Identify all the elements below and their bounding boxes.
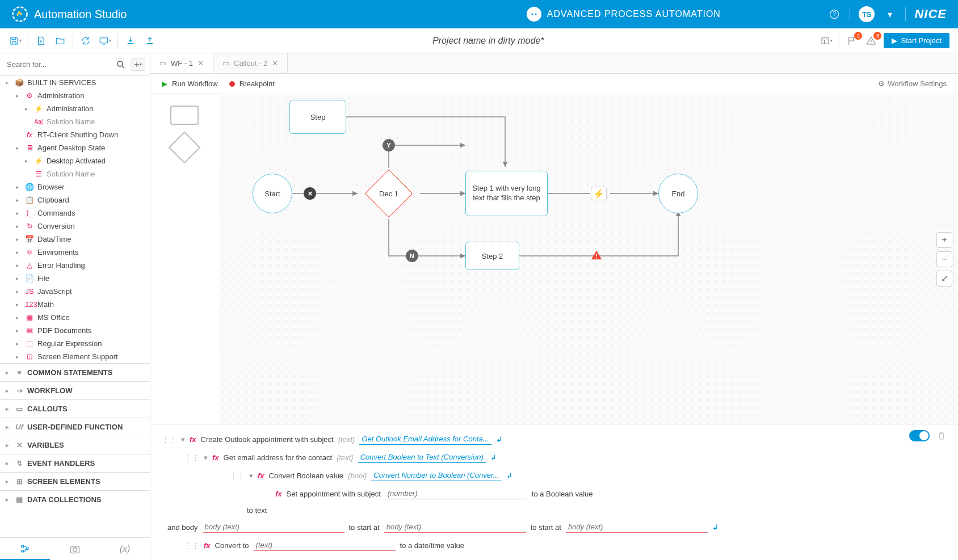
run-workflow-button[interactable]: ▶Run Workflow (162, 79, 218, 88)
tree-screen-elements[interactable]: ▸⊞SCREEN ELEMENTS (0, 472, 150, 490)
node-step-1[interactable]: Step 1 with very long text that fills th… (465, 171, 548, 216)
help-icon[interactable]: ? (827, 7, 841, 21)
window-icon: ▭ (222, 59, 229, 68)
node-dec-1[interactable]: Dec 1 (363, 168, 414, 219)
tree-file[interactable]: ▸📄File (0, 272, 150, 285)
tab-wf-1[interactable]: ▭ WF - 1 ✕ (150, 53, 213, 73)
return-icon[interactable]: ↲ (712, 523, 718, 532)
tree-regex[interactable]: ▸⬚Regular Expression (0, 337, 150, 350)
node-step-2[interactable]: Step 2 (465, 242, 519, 270)
node-step[interactable]: Step (289, 100, 346, 134)
expand-icon[interactable]: ▾ (249, 471, 253, 480)
tree-datetime[interactable]: ▸📅Data/Time (0, 233, 150, 246)
expr-input-start1[interactable] (384, 521, 526, 533)
add-button[interactable]: +▾ (131, 58, 145, 71)
tree-math[interactable]: ▸123Math (0, 298, 150, 311)
return-icon[interactable]: ↲ (490, 453, 497, 462)
sidebar-tab-variable-icon[interactable]: (x) (100, 538, 150, 560)
tree-solution-name[interactable]: Aa|Solution Name (0, 115, 150, 128)
tree-conversion[interactable]: ▸↻Conversion (0, 220, 150, 233)
palette-diamond-shape[interactable] (169, 132, 201, 164)
sidebar-tab-tree-icon[interactable] (0, 538, 50, 560)
tree-agent-desktop[interactable]: ▸🖥Agent Desktop State (0, 141, 150, 154)
expr-link[interactable]: Get Outlook Email Address for Conta... (359, 433, 491, 445)
tree-solution-name-2[interactable]: ☰Solution Name (0, 167, 150, 180)
layout-icon[interactable]: ▾ (820, 34, 833, 48)
sidebar-tab-camera-icon[interactable] (50, 538, 100, 560)
tree-common-statements[interactable]: ▸≡COMMON STATEMENTS (0, 363, 150, 381)
connector-yes-label: Y (383, 139, 395, 151)
fx-icon: fx (212, 453, 219, 462)
expr-link[interactable]: Convert Number to Boolean (Conver... (371, 470, 501, 481)
node-bolt-icon[interactable]: ⚡ (591, 187, 607, 200)
user-avatar[interactable]: TS (859, 6, 875, 22)
expand-icon[interactable]: ▾ (181, 435, 185, 444)
tree-data-collections[interactable]: ▸▦DATA COLLECTIONS (0, 490, 150, 508)
close-icon[interactable]: ✕ (198, 59, 204, 68)
return-icon[interactable]: ↲ (496, 435, 502, 444)
refresh-icon[interactable] (79, 34, 93, 48)
folder-icon[interactable] (53, 34, 67, 48)
expr-row: and body to start at to start at ↲ (150, 518, 958, 536)
search-input[interactable] (5, 58, 111, 71)
tree-pdf[interactable]: ▸▤PDF Documents (0, 324, 150, 337)
tree-clipboard[interactable]: ▸📋Clipboard (0, 193, 150, 207)
tree-error-handling[interactable]: ▸△Error Handling (0, 259, 150, 272)
close-icon[interactable]: ✕ (272, 59, 278, 68)
workflow-canvas[interactable]: Start ✕ Step Dec 1 Y N Step 1 with very … (219, 94, 958, 424)
start-project-button[interactable]: ▶Start Project (884, 33, 949, 48)
tree-built-in-services[interactable]: ▸📦BUILT IN SERVICES (0, 76, 150, 89)
return-icon[interactable]: ↲ (506, 471, 512, 480)
drag-handle-icon[interactable]: ⋮⋮ (230, 471, 245, 480)
alert-icon[interactable] (864, 34, 878, 48)
expr-input-convert[interactable] (254, 540, 396, 551)
upload-icon[interactable] (143, 34, 157, 48)
drag-handle-icon[interactable]: ⋮⋮ (162, 435, 177, 444)
tree-event-handlers[interactable]: ▸↯EVENT HANDLERS (0, 454, 150, 472)
zoom-out-button[interactable]: − (936, 251, 952, 267)
tree-administration-child[interactable]: ▸⚡Administration (0, 102, 150, 115)
node-end[interactable]: End (658, 174, 698, 213)
tree-javascript[interactable]: ▸JSJavaScript (0, 285, 150, 298)
tree-browser[interactable]: ▸🌐Browser (0, 180, 150, 193)
sidebar: +▾ ▸📦BUILT IN SERVICES ▸⚙Administration … (0, 53, 150, 560)
user-menu-chevron-icon[interactable]: ▾ (883, 7, 897, 21)
expr-input[interactable] (385, 488, 527, 499)
tree-commands[interactable]: ▸⟩_Commands (0, 207, 150, 220)
breakpoint-button[interactable]: Breakpoint (229, 79, 275, 88)
palette-rect-shape[interactable] (170, 106, 199, 125)
tree-environments[interactable]: ▸⚛Enviroments (0, 246, 150, 259)
display-icon[interactable]: ▾ (98, 34, 112, 48)
tree-udf[interactable]: ▸UfUSER-DEFINED FUNCTION (0, 418, 150, 436)
search-icon[interactable] (116, 60, 126, 70)
new-file-icon[interactable] (34, 34, 48, 48)
tree-desktop-activated[interactable]: ▸⚡Desktop Activated (0, 154, 150, 167)
fx-icon: fx (190, 435, 196, 444)
delete-icon[interactable] (936, 431, 947, 441)
expr-input-body[interactable] (203, 521, 344, 533)
tree-workflow[interactable]: ▸⇢WORKFLOW (0, 381, 150, 399)
expression-toggle[interactable] (909, 430, 930, 441)
zoom-in-button[interactable]: + (936, 232, 952, 248)
save-icon[interactable]: ▾ (9, 34, 22, 48)
expand-icon[interactable]: ▾ (204, 453, 208, 462)
tab-callout-2[interactable]: ▭ Callout - 2 ✕ (213, 53, 288, 73)
fullscreen-button[interactable]: ⤢ (936, 271, 952, 287)
drag-handle-icon[interactable]: ⋮⋮ (184, 453, 199, 462)
drag-handle-icon[interactable]: ⋮⋮ (184, 541, 199, 550)
tree-ms-office[interactable]: ▸▦MS Office (0, 311, 150, 324)
fx-icon: fx (204, 541, 211, 550)
tree-administration[interactable]: ▸⚙Administration (0, 89, 150, 102)
tree-callouts[interactable]: ▸▭CALLOUTS (0, 399, 150, 418)
tree-screen-element-support[interactable]: ▸⊡Screen Element Support (0, 350, 150, 363)
workflow-settings-button[interactable]: ⚙Workflow Settings (878, 79, 947, 88)
expr-input-start2[interactable] (566, 521, 708, 533)
tree-rt-client[interactable]: fxRT-Client Shutting Down (0, 128, 150, 141)
node-start[interactable]: Start (253, 174, 292, 213)
expr-link[interactable]: Convert Boolean to Text (Conversion) (358, 452, 486, 463)
app-logo-icon (11, 6, 28, 23)
flag-icon[interactable] (845, 34, 859, 48)
connector-close-icon[interactable]: ✕ (304, 187, 316, 200)
download-icon[interactable] (124, 34, 137, 48)
tree-variables[interactable]: ▸✕VARIBLES (0, 436, 150, 454)
